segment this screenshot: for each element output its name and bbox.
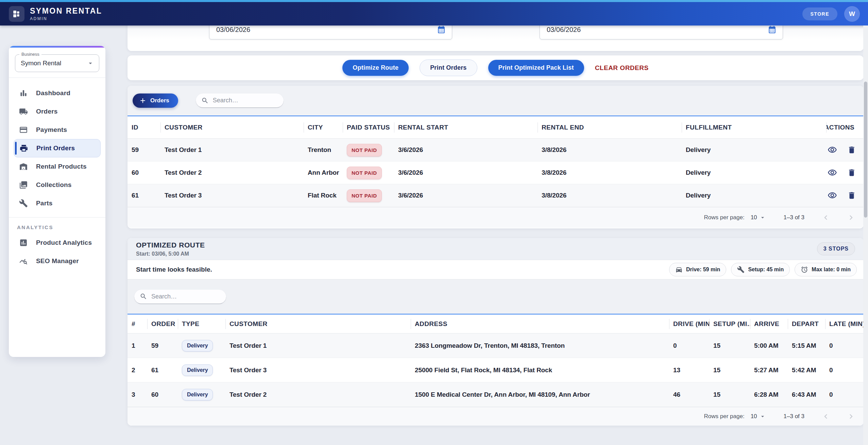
sidebar-item-print-orders[interactable]: Print Orders bbox=[14, 139, 101, 157]
cell-rental-end: 3/8/2026 bbox=[538, 139, 682, 161]
sidebar-item-label: Parts bbox=[36, 200, 53, 207]
column-header-arrive[interactable]: ARRIVE bbox=[750, 314, 788, 333]
column-header-id[interactable]: ID bbox=[127, 116, 160, 138]
cell-id: 61 bbox=[127, 184, 160, 207]
table-row[interactable]: 2 61 Delivery Test Order 3 25000 Field S… bbox=[127, 358, 864, 382]
column-header-late[interactable]: LATE (MIN) bbox=[825, 314, 864, 333]
cell-customer: Test Order 3 bbox=[225, 358, 411, 382]
add-orders-label: Orders bbox=[150, 97, 169, 104]
delete-order-button[interactable] bbox=[847, 168, 856, 177]
next-page-button[interactable] bbox=[847, 213, 855, 222]
view-order-button[interactable] bbox=[828, 191, 837, 200]
table-row[interactable]: 60 Test Order 2 Ann Arbor NOT PAID 3/6/2… bbox=[127, 161, 864, 184]
sidebar-item-collections[interactable]: Collections bbox=[14, 176, 101, 194]
calendar-icon[interactable] bbox=[437, 25, 446, 34]
column-header-drive[interactable]: DRIVE (MIN) bbox=[669, 314, 709, 333]
column-header-setup[interactable]: SETUP (MI… bbox=[709, 314, 750, 333]
paid-status-badge: NOT PAID bbox=[347, 167, 382, 179]
cell-setup: 15 bbox=[709, 333, 750, 358]
business-select[interactable]: Business Symon Rental bbox=[15, 54, 99, 72]
sidebar-divider bbox=[9, 78, 105, 78]
view-order-button[interactable] bbox=[828, 145, 837, 155]
cell-customer: Test Order 3 bbox=[160, 184, 304, 207]
sidebar-item-label: Orders bbox=[36, 108, 58, 115]
orders-search-input[interactable] bbox=[213, 97, 278, 104]
table-row[interactable]: 3 60 Delivery Test Order 2 1500 E Medica… bbox=[127, 382, 864, 407]
sidebar-nav: Dashboard Orders Payments Print Orders R… bbox=[9, 81, 105, 270]
chevron-right-icon bbox=[847, 213, 855, 222]
cell-address: 25000 Field St, Flat Rock, MI 48134, Fla… bbox=[411, 358, 669, 382]
cell-arrive: 6:28 AM bbox=[750, 382, 788, 407]
column-header-num[interactable]: # bbox=[127, 314, 147, 333]
next-page-button[interactable] bbox=[847, 412, 855, 421]
column-header-type[interactable]: TYPE bbox=[178, 314, 225, 333]
route-actions-card: Optimize Route Print Orders Print Optimi… bbox=[127, 55, 864, 80]
optimize-route-button[interactable]: Optimize Route bbox=[342, 60, 409, 76]
rows-per-page-select[interactable]: 10 bbox=[751, 413, 766, 420]
column-header-customer[interactable]: CUSTOMER bbox=[225, 314, 411, 333]
eye-icon bbox=[828, 145, 837, 155]
alarm-clock-icon bbox=[801, 266, 808, 273]
cell-city: Trenton bbox=[304, 139, 343, 161]
cell-city: Flat Rock bbox=[304, 184, 343, 207]
sidebar-item-dashboard[interactable]: Dashboard bbox=[14, 84, 101, 102]
route-search-input[interactable] bbox=[151, 293, 221, 300]
optimized-route-title: OPTIMIZED ROUTE bbox=[136, 241, 205, 249]
sidebar-item-orders[interactable]: Orders bbox=[14, 102, 101, 121]
column-header-order[interactable]: ORDER bbox=[147, 314, 178, 333]
route-search[interactable] bbox=[134, 290, 226, 304]
cell-order: 61 bbox=[147, 358, 178, 382]
add-orders-button[interactable]: Orders bbox=[133, 93, 178, 108]
previous-page-button[interactable] bbox=[822, 213, 830, 222]
column-header-address[interactable]: ADDRESS bbox=[411, 314, 669, 333]
cell-order: 60 bbox=[147, 382, 178, 407]
scrollbar-thumb[interactable] bbox=[864, 82, 867, 218]
setup-time-chip: Setup: 45 min bbox=[731, 263, 790, 276]
user-avatar[interactable]: W bbox=[845, 7, 859, 21]
column-header-rental-end[interactable]: RENTAL END bbox=[538, 116, 682, 138]
table-row[interactable]: 59 Test Order 1 Trenton NOT PAID 3/6/202… bbox=[127, 139, 864, 161]
sidebar-item-label: Payments bbox=[36, 126, 67, 134]
table-row[interactable]: 1 59 Delivery Test Order 1 2363 Longmead… bbox=[127, 333, 864, 358]
column-header-paid-status[interactable]: PAID STATUS bbox=[343, 116, 394, 138]
print-orders-button[interactable]: Print Orders bbox=[420, 59, 477, 76]
sidebar-item-rental-products[interactable]: Rental Products bbox=[14, 157, 101, 176]
print-pack-list-button[interactable]: Print Optimized Pack List bbox=[488, 60, 584, 76]
sidebar-item-parts[interactable]: Parts bbox=[14, 194, 101, 212]
store-button[interactable]: STORE bbox=[802, 7, 837, 20]
rental-end-date-input[interactable] bbox=[541, 26, 730, 34]
column-header-depart[interactable]: DEPART bbox=[788, 314, 825, 333]
cell-setup: 15 bbox=[709, 358, 750, 382]
app-title: SYMON RENTAL bbox=[30, 6, 102, 16]
sidebar-item-product-analytics[interactable]: Product Analytics bbox=[14, 234, 101, 252]
optimized-route-start: Start: 03/06, 5:00 AM bbox=[136, 251, 205, 257]
table-row[interactable]: 61 Test Order 3 Flat Rock NOT PAID 3/6/2… bbox=[127, 184, 864, 207]
orders-search[interactable] bbox=[196, 93, 284, 108]
column-header-city[interactable]: CITY bbox=[304, 116, 343, 138]
calendar-icon[interactable] bbox=[768, 25, 777, 34]
app-logo[interactable] bbox=[9, 6, 24, 22]
column-header-customer[interactable]: CUSTOMER bbox=[160, 116, 304, 138]
sidebar-item-seo-manager[interactable]: SEO Manager bbox=[14, 252, 101, 270]
trending-search-icon bbox=[19, 257, 28, 266]
page-scrollbar[interactable] bbox=[863, 25, 868, 445]
clear-orders-button[interactable]: CLEAR ORDERS bbox=[595, 64, 649, 72]
chevron-down-icon bbox=[87, 59, 94, 67]
rows-per-page-select[interactable]: 10 bbox=[751, 214, 766, 221]
rental-start-date-input[interactable] bbox=[211, 26, 399, 34]
trash-icon bbox=[847, 168, 856, 177]
paid-status-badge: NOT PAID bbox=[347, 144, 382, 156]
app-subtitle: ADMIN bbox=[30, 16, 102, 21]
route-stat-chips: Drive: 59 min Setup: 45 min Max late: 0 … bbox=[669, 263, 857, 276]
chevron-left-icon bbox=[822, 412, 830, 421]
sidebar-item-payments[interactable]: Payments bbox=[14, 121, 101, 139]
delete-order-button[interactable] bbox=[847, 146, 856, 154]
tools-icon bbox=[19, 199, 28, 208]
cell-rental-start: 3/6/2026 bbox=[394, 139, 538, 161]
cell-late: 0 bbox=[825, 382, 864, 407]
column-header-rental-start[interactable]: RENTAL START bbox=[394, 116, 538, 138]
previous-page-button[interactable] bbox=[822, 412, 830, 421]
column-header-fulfillment[interactable]: FULFILLMENT bbox=[682, 116, 826, 138]
delete-order-button[interactable] bbox=[847, 191, 856, 200]
view-order-button[interactable] bbox=[828, 168, 837, 177]
